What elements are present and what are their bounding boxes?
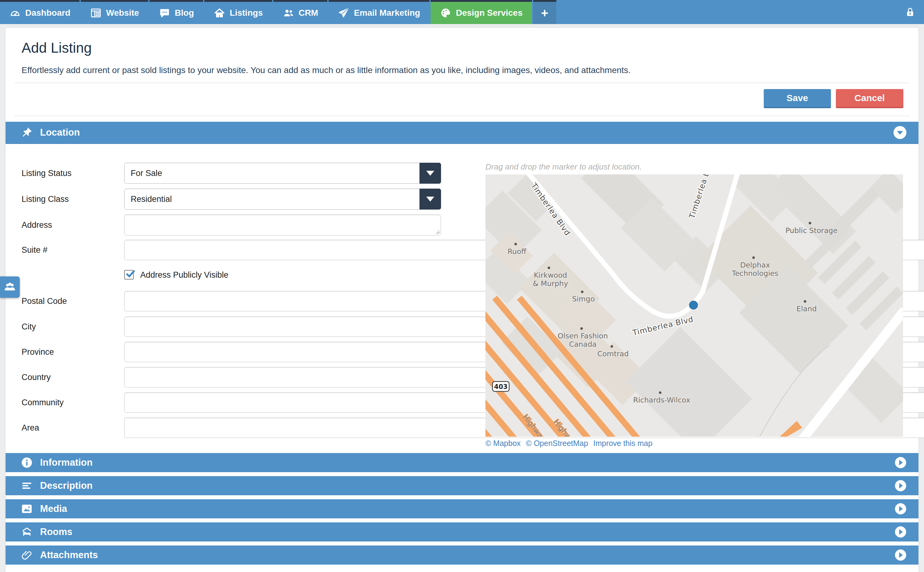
dashboard-icon bbox=[9, 7, 21, 19]
plus-icon: + bbox=[541, 7, 548, 19]
page-description: Effortlessly add current or past sold li… bbox=[22, 65, 630, 75]
nav-tab-label: Email Marketing bbox=[354, 8, 420, 18]
address-publicly-visible-label: Address Publicly Visible bbox=[140, 270, 228, 280]
postal-code-label: Postal Code bbox=[22, 291, 120, 311]
poi-dot bbox=[580, 327, 583, 330]
place-label: Kirkwood& Murphy bbox=[533, 271, 568, 288]
blog-icon bbox=[159, 7, 171, 19]
divider bbox=[15, 82, 909, 83]
page-title: Add Listing bbox=[22, 39, 92, 56]
nav-tab-add-tab[interactable]: + bbox=[533, 0, 556, 24]
nav-tab-label: Blog bbox=[175, 8, 194, 18]
nav-tab-label: Dashboard bbox=[25, 8, 70, 18]
rooms-icon bbox=[21, 526, 33, 538]
top-navigation: DashboardWebsiteBlogListingsCRMEmail Mar… bbox=[0, 0, 924, 24]
poi-dot bbox=[809, 222, 811, 224]
content-panel: Add Listing Effortlessly add current or … bbox=[6, 28, 918, 572]
chevron-right-circle-icon[interactable] bbox=[894, 503, 907, 515]
poi-dot bbox=[804, 300, 806, 303]
chevron-right-circle-icon[interactable] bbox=[894, 480, 907, 492]
pin-icon bbox=[21, 127, 33, 138]
chevron-down-circle-icon[interactable] bbox=[893, 126, 907, 139]
listing-class-label: Listing Class bbox=[22, 189, 120, 210]
listing-class-select[interactable]: Residential bbox=[124, 189, 441, 210]
website-icon bbox=[90, 7, 102, 19]
place-label: Public Storage bbox=[786, 226, 838, 235]
lock-icon[interactable] bbox=[905, 7, 915, 17]
section-header-information[interactable]: Information bbox=[6, 453, 918, 472]
nav-right bbox=[905, 0, 924, 24]
community-label: Community bbox=[22, 392, 120, 413]
map-attribution: © Mapbox © OpenStreetMap Improve this ma… bbox=[485, 439, 655, 448]
listings-icon bbox=[214, 7, 225, 19]
map[interactable]: HighwayHighway 403 Timberlea BlvdTimberl… bbox=[485, 174, 903, 437]
address-textarea[interactable] bbox=[124, 214, 441, 235]
poi-dot bbox=[752, 256, 755, 259]
chevron-right-circle-icon[interactable] bbox=[894, 549, 907, 561]
description-icon bbox=[21, 480, 33, 491]
section-title: Media bbox=[40, 503, 67, 514]
mapbox-attribution-link[interactable]: © Mapbox bbox=[485, 439, 520, 448]
nav-tab-email-marketing[interactable]: Email Marketing bbox=[329, 0, 429, 24]
map-marker bbox=[690, 301, 698, 309]
app: DashboardWebsiteBlogListingsCRMEmail Mar… bbox=[0, 0, 924, 572]
location-marker[interactable] bbox=[690, 301, 698, 309]
divider bbox=[15, 115, 909, 116]
section-title: Information bbox=[40, 457, 93, 468]
address-publicly-visible-checkbox[interactable] bbox=[124, 270, 134, 280]
crm-icon bbox=[283, 7, 294, 19]
nav-tab-website[interactable]: Website bbox=[81, 0, 148, 24]
nav-tab-crm[interactable]: CRM bbox=[273, 0, 328, 24]
place-label: Simgo bbox=[572, 295, 595, 303]
section-header-attachments[interactable]: Attachments bbox=[6, 546, 918, 564]
place-label: Ruoff bbox=[508, 247, 527, 256]
section-header-location[interactable]: Location bbox=[6, 122, 918, 144]
contacts-side-tab[interactable] bbox=[0, 277, 20, 298]
listing-status-select[interactable]: For Sale bbox=[124, 163, 441, 184]
listing-status-label: Listing Status bbox=[22, 163, 120, 184]
place-label: Comtrad bbox=[597, 350, 629, 358]
osm-attribution-link[interactable]: © OpenStreetMap bbox=[526, 439, 588, 448]
listing-status-value: For Sale bbox=[131, 169, 162, 178]
improve-map-link[interactable]: Improve this map bbox=[593, 439, 652, 448]
chevron-down-icon[interactable] bbox=[419, 189, 441, 210]
city-label: City bbox=[22, 317, 120, 337]
section-title: Description bbox=[40, 480, 93, 491]
media-icon bbox=[21, 503, 33, 514]
place-label: Richards-Wilcox bbox=[633, 396, 690, 404]
nav-tab-design-services[interactable]: Design Services bbox=[430, 0, 532, 24]
chevron-right-circle-icon[interactable] bbox=[894, 457, 907, 469]
listing-class-value: Residential bbox=[131, 194, 172, 204]
poi-dot bbox=[581, 291, 584, 293]
email-marketing-icon bbox=[338, 7, 349, 19]
chevron-right-circle-icon[interactable] bbox=[894, 526, 907, 538]
country-label: Country bbox=[22, 367, 120, 387]
nav-tab-label: CRM bbox=[299, 8, 318, 18]
nav-tabs: DashboardWebsiteBlogListingsCRMEmail Mar… bbox=[0, 0, 558, 24]
section-header-rooms[interactable]: Rooms bbox=[6, 522, 918, 541]
attachments-icon bbox=[21, 549, 33, 561]
section-title: Rooms bbox=[40, 526, 72, 538]
nav-tab-dashboard[interactable]: Dashboard bbox=[0, 0, 79, 24]
cancel-button[interactable]: Cancel bbox=[836, 89, 903, 108]
nav-tab-label: Website bbox=[106, 8, 139, 18]
section-header-media[interactable]: Media bbox=[6, 499, 918, 518]
nav-tab-blog[interactable]: Blog bbox=[149, 0, 203, 24]
poi-dot bbox=[659, 392, 662, 394]
people-icon bbox=[3, 280, 16, 294]
nav-tab-label: Design Services bbox=[456, 8, 522, 18]
poi-dot bbox=[548, 267, 550, 269]
address-label: Address bbox=[22, 214, 120, 235]
chevron-down-icon[interactable] bbox=[419, 163, 441, 184]
poi-dot bbox=[514, 243, 517, 245]
info-icon bbox=[21, 457, 33, 468]
save-button[interactable]: Save bbox=[764, 89, 831, 108]
place-label: Eland bbox=[797, 305, 817, 313]
section-title: Location bbox=[40, 127, 80, 138]
province-label: Province bbox=[22, 342, 120, 362]
map-hint: Drag and drop the marker to adjust locat… bbox=[485, 162, 642, 172]
nav-tab-label: Listings bbox=[230, 8, 262, 18]
nav-tab-listings[interactable]: Listings bbox=[204, 0, 272, 24]
area-label: Area bbox=[22, 418, 120, 438]
section-header-description[interactable]: Description bbox=[6, 476, 918, 495]
